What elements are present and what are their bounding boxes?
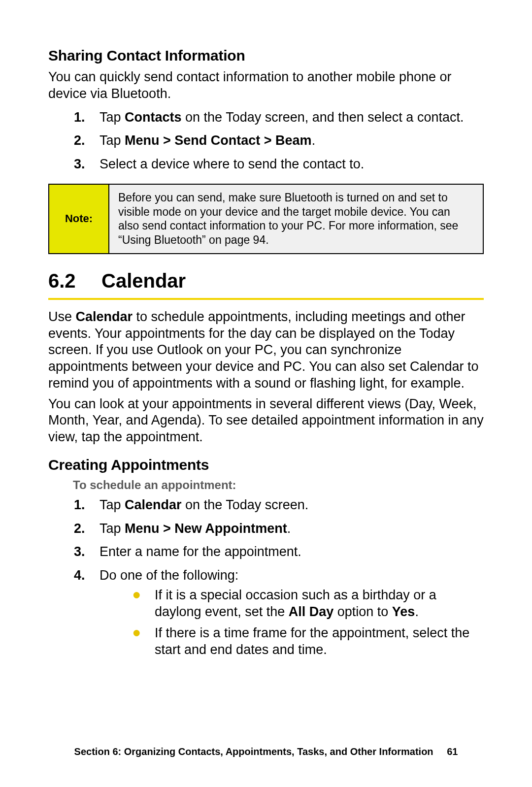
ordered-list-creating: 1. Tap Calendar on the Today screen. 2. … (48, 497, 484, 663)
list-marker: 1. (74, 109, 91, 126)
footer-text: Section 6: Organizing Contacts, Appointm… (74, 746, 433, 757)
bold-text: Calendar (125, 497, 182, 512)
paragraph: You can look at your appointments in sev… (48, 396, 484, 446)
bullet-list: ● If it is a special occasion such as a … (100, 587, 484, 658)
list-text: If there is a time frame for the appoint… (155, 625, 484, 658)
subheading: To schedule an appointment: (73, 478, 484, 492)
list-text: Select a device where to send the contac… (100, 156, 484, 173)
text: . (415, 604, 419, 619)
section-title: Calendar (101, 270, 186, 292)
list-item: ● If it is a special occasion such as a … (100, 587, 484, 621)
list-marker: 1. (74, 497, 91, 514)
list-text: If it is a special occasion such as a bi… (155, 587, 484, 621)
text: Tap (100, 110, 125, 125)
list-item: 2. Tap Menu > New Appointment. (48, 521, 484, 537)
note-label-cell: Note: (49, 185, 109, 253)
note-label: Note: (65, 212, 93, 225)
paragraph: Use Calendar to schedule appointments, i… (48, 309, 484, 392)
list-item: 1. Tap Contacts on the Today screen, and… (48, 109, 484, 126)
text: Tap (100, 133, 125, 148)
list-text: Tap Menu > New Appointment. (100, 521, 484, 537)
text: . (312, 133, 316, 148)
text: on the Today screen, and then select a c… (182, 110, 464, 125)
text: Do one of the following: (100, 568, 238, 583)
text: Tap (100, 497, 125, 512)
bold-text: Yes (392, 604, 415, 619)
list-text: Enter a name for the appointment. (100, 544, 484, 560)
list-text: Tap Calendar on the Today screen. (100, 497, 484, 514)
bold-text: Menu > Send Contact > Beam (125, 133, 312, 148)
note-box: Note: Before you can send, make sure Blu… (48, 184, 484, 254)
list-item: 1. Tap Calendar on the Today screen. (48, 497, 484, 514)
page-footer: Section 6: Organizing Contacts, Appointm… (0, 746, 532, 757)
section-number: 6.2 (48, 270, 101, 292)
list-item: 4. Do one of the following: ● If it is a… (48, 567, 484, 663)
text: Tap (100, 521, 125, 536)
list-item: 2. Tap Menu > Send Contact > Beam. (48, 132, 484, 149)
page-number: 61 (447, 746, 458, 757)
list-marker: 3. (74, 544, 91, 560)
ordered-list-sharing: 1. Tap Contacts on the Today screen, and… (48, 109, 484, 173)
bold-text: Contacts (125, 110, 182, 125)
page: Sharing Contact Information You can quic… (0, 0, 532, 787)
paragraph: You can quickly send contact information… (48, 69, 484, 102)
list-marker: 2. (74, 132, 91, 149)
bold-text: Calendar (76, 309, 133, 324)
list-item: 3. Enter a name for the appointment. (48, 544, 484, 560)
text: . (287, 521, 291, 536)
bullet-icon: ● (132, 587, 155, 621)
bold-text: Menu > New Appointment (125, 521, 287, 536)
divider-rule (48, 298, 484, 300)
note-text: Before you can send, make sure Bluetooth… (109, 185, 483, 253)
text: Use (48, 309, 76, 324)
text: on the Today screen. (182, 497, 309, 512)
list-marker: 2. (74, 521, 91, 537)
bold-text: All Day (289, 604, 334, 619)
list-item: ● If there is a time frame for the appoi… (100, 625, 484, 658)
heading-sharing: Sharing Contact Information (48, 47, 484, 64)
list-text: Tap Menu > Send Contact > Beam. (100, 132, 484, 149)
list-text: Do one of the following: ● If it is a sp… (100, 567, 484, 663)
list-item: 3. Select a device where to send the con… (48, 156, 484, 173)
bullet-icon: ● (132, 625, 155, 658)
list-marker: 4. (74, 567, 91, 663)
section-heading: 6.2 Calendar (48, 270, 484, 292)
list-text: Tap Contacts on the Today screen, and th… (100, 109, 484, 126)
text: option to (333, 604, 392, 619)
list-marker: 3. (74, 156, 91, 173)
heading-creating: Creating Appointments (48, 457, 484, 473)
